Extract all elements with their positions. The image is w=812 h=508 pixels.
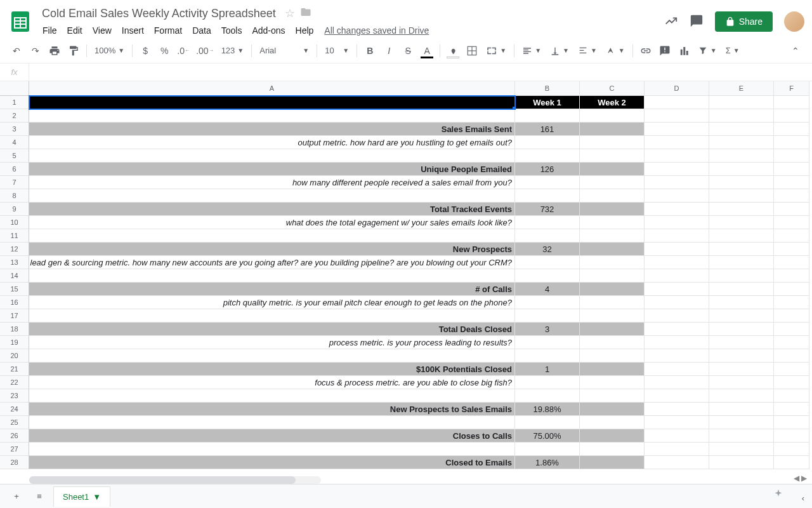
- cell[interactable]: [709, 456, 774, 469]
- cell[interactable]: [709, 336, 774, 349]
- cell[interactable]: [774, 403, 809, 416]
- cell[interactable]: [580, 416, 645, 429]
- cell[interactable]: [709, 109, 774, 123]
- cell[interactable]: [774, 229, 809, 243]
- cell[interactable]: [774, 136, 809, 149]
- cell[interactable]: Closes to Calls: [29, 429, 515, 443]
- cell[interactable]: [645, 243, 709, 256]
- percent-button[interactable]: %: [155, 42, 173, 60]
- cell[interactable]: output metric. how hard are you hustling…: [29, 136, 515, 149]
- row-header[interactable]: 11: [0, 229, 29, 243]
- cell[interactable]: [645, 109, 709, 123]
- cell[interactable]: [774, 389, 809, 403]
- cell[interactable]: 75.00%: [515, 429, 580, 443]
- menu-help[interactable]: Help: [291, 23, 318, 38]
- cell[interactable]: [580, 163, 645, 176]
- cell[interactable]: [709, 149, 774, 163]
- row-header[interactable]: 8: [0, 189, 29, 203]
- row-header[interactable]: 6: [0, 163, 29, 176]
- cell[interactable]: [774, 149, 809, 163]
- cell[interactable]: [774, 256, 809, 269]
- explore-button[interactable]: [771, 488, 785, 504]
- cell[interactable]: [774, 243, 809, 256]
- undo-button[interactable]: ↶: [8, 42, 25, 60]
- cell[interactable]: [774, 123, 809, 136]
- cell[interactable]: [580, 323, 645, 336]
- cell[interactable]: [580, 456, 645, 469]
- cell[interactable]: Closed to Emails: [29, 456, 515, 469]
- cell[interactable]: [515, 416, 580, 429]
- cell[interactable]: [580, 349, 645, 363]
- cell[interactable]: [774, 416, 809, 429]
- cell[interactable]: Total Tracked Events: [29, 203, 515, 216]
- cell[interactable]: [29, 389, 515, 403]
- cell[interactable]: [29, 189, 515, 203]
- cell[interactable]: [580, 216, 645, 229]
- cell[interactable]: [645, 403, 709, 416]
- cell[interactable]: [774, 429, 809, 443]
- italic-button[interactable]: I: [380, 42, 398, 60]
- cell[interactable]: [645, 429, 709, 443]
- col-header-B[interactable]: B: [515, 81, 580, 96]
- menu-format[interactable]: Format: [150, 23, 187, 38]
- cell[interactable]: [29, 269, 515, 283]
- row-header[interactable]: 3: [0, 123, 29, 136]
- cell[interactable]: [580, 149, 645, 163]
- vertical-align-button[interactable]: ▼: [546, 42, 573, 60]
- cell[interactable]: [580, 109, 645, 123]
- insert-link-button[interactable]: [637, 42, 655, 60]
- cell[interactable]: [709, 96, 774, 109]
- cell[interactable]: process metric. is your process leading …: [29, 336, 515, 349]
- bold-button[interactable]: B: [361, 42, 379, 60]
- cell[interactable]: [580, 389, 645, 403]
- col-header-A[interactable]: A: [29, 81, 515, 96]
- cell[interactable]: [709, 296, 774, 309]
- cell[interactable]: [709, 403, 774, 416]
- cell[interactable]: [515, 376, 580, 389]
- currency-button[interactable]: $: [136, 42, 154, 60]
- col-header-F[interactable]: F: [774, 81, 809, 96]
- cell[interactable]: [774, 269, 809, 283]
- cell[interactable]: [580, 429, 645, 443]
- borders-button[interactable]: [463, 42, 481, 60]
- cell[interactable]: [709, 229, 774, 243]
- cell[interactable]: [709, 309, 774, 323]
- horizontal-align-button[interactable]: ▼: [518, 42, 545, 60]
- cell[interactable]: [774, 189, 809, 203]
- row-header[interactable]: 15: [0, 283, 29, 296]
- cell[interactable]: [580, 336, 645, 349]
- menu-data[interactable]: Data: [188, 23, 216, 38]
- cell[interactable]: [29, 309, 515, 323]
- row-header[interactable]: 20: [0, 349, 29, 363]
- row-header[interactable]: 24: [0, 403, 29, 416]
- cell[interactable]: Unique People Emailed: [29, 163, 515, 176]
- cell[interactable]: [709, 176, 774, 189]
- row-header[interactable]: 12: [0, 243, 29, 256]
- col-header-E[interactable]: E: [709, 81, 774, 96]
- cell[interactable]: [645, 203, 709, 216]
- cell[interactable]: [709, 443, 774, 456]
- sheet-tab-sheet1[interactable]: Sheet1▼: [53, 486, 110, 507]
- cell[interactable]: [645, 189, 709, 203]
- cell[interactable]: [709, 349, 774, 363]
- avatar[interactable]: [784, 11, 804, 32]
- share-button[interactable]: Share: [715, 11, 773, 32]
- cell[interactable]: Week 1: [515, 96, 580, 109]
- fill-color-button[interactable]: [444, 42, 462, 60]
- cell[interactable]: [774, 309, 809, 323]
- cell[interactable]: [515, 443, 580, 456]
- text-wrap-button[interactable]: ▼: [574, 42, 601, 60]
- cell[interactable]: 126: [515, 163, 580, 176]
- cell[interactable]: [774, 216, 809, 229]
- row-header[interactable]: 2: [0, 109, 29, 123]
- cell[interactable]: [645, 389, 709, 403]
- cell[interactable]: [645, 296, 709, 309]
- cell[interactable]: [645, 376, 709, 389]
- cell[interactable]: [709, 203, 774, 216]
- row-header[interactable]: 27: [0, 443, 29, 456]
- cell[interactable]: Week 2: [580, 96, 645, 109]
- row-header[interactable]: 13: [0, 256, 29, 269]
- cell[interactable]: pitch quality metric. is your email pitc…: [29, 296, 515, 309]
- cell[interactable]: [709, 376, 774, 389]
- cell[interactable]: [515, 216, 580, 229]
